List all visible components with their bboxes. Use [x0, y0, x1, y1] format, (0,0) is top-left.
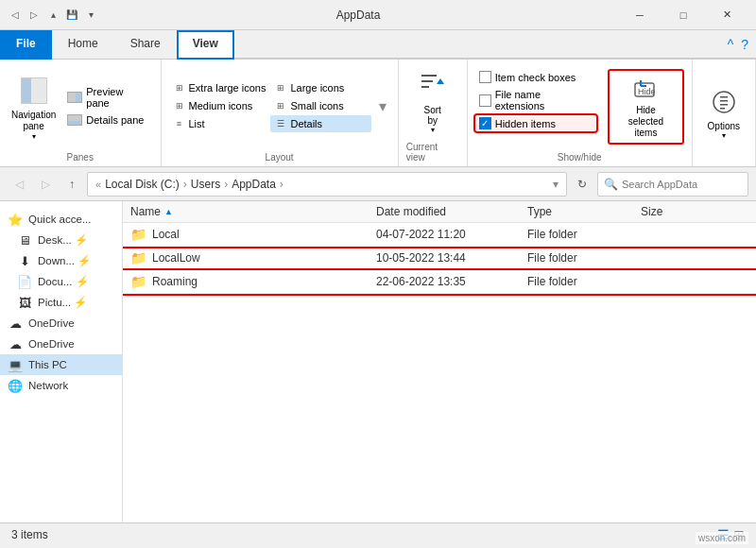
- search-input[interactable]: [622, 179, 742, 190]
- tab-view[interactable]: View: [177, 30, 234, 60]
- sidebar-desktop-label: Desk... ⚡: [38, 233, 88, 247]
- table-row[interactable]: 📁 Local 04-07-2022 11:20 File folder: [123, 223, 756, 247]
- sidebar-item-network[interactable]: 🌐 Network: [0, 375, 122, 396]
- breadcrumb[interactable]: « Local Disk (C:) › Users › AppData › ▾: [87, 172, 567, 197]
- layout-grid: ⊞ Extra large icons ⊞ Large icons ⊞ Medi…: [169, 79, 371, 132]
- breadcrumb-users[interactable]: Users: [191, 178, 220, 191]
- file-extensions-toggle[interactable]: File name extensions: [475, 87, 597, 113]
- nav-forward-button[interactable]: ▷: [34, 173, 57, 196]
- file-extensions-checkbox: [479, 94, 491, 107]
- minimize-button[interactable]: ─: [618, 0, 662, 30]
- item-checkboxes-checkbox: [479, 71, 491, 83]
- onedrive2-icon: ☁: [8, 336, 23, 351]
- tab-home[interactable]: Home: [52, 30, 114, 60]
- file-name-locallow-label: LocalLow: [152, 251, 200, 265]
- sidebar-item-pictures[interactable]: 🖼 Pictu... ⚡: [0, 292, 122, 313]
- quick-access-icon: ⭐: [8, 212, 23, 227]
- column-size[interactable]: Size: [641, 205, 716, 218]
- layout-small[interactable]: ⊞ Small icons: [270, 97, 370, 114]
- close-button[interactable]: ✕: [705, 0, 748, 30]
- onedrive1-icon: ☁: [8, 316, 23, 331]
- preview-pane-label: Preview pane: [86, 86, 148, 109]
- sidebar-item-onedrive2[interactable]: ☁ OneDrive: [0, 334, 122, 354]
- medium-icon: ⊞: [173, 99, 186, 112]
- folder-icon-locallow: 📁: [130, 250, 146, 265]
- nav-back-button[interactable]: ◁: [8, 173, 30, 196]
- hide-selected-button[interactable]: Hide Hide selecteditems: [608, 69, 683, 145]
- column-name[interactable]: Name ▲: [130, 205, 376, 218]
- item-checkboxes-label: Item check boxes: [495, 72, 576, 83]
- back-icon[interactable]: ◁: [8, 8, 23, 23]
- save-icon[interactable]: 💾: [64, 8, 79, 23]
- file-type-roaming: File folder: [527, 275, 641, 288]
- search-box[interactable]: 🔍: [597, 172, 748, 197]
- column-date[interactable]: Date modified: [376, 205, 527, 218]
- breadcrumb-appdata[interactable]: AppData: [232, 178, 276, 191]
- item-checkboxes-toggle[interactable]: Item check boxes: [475, 69, 597, 85]
- nav-up-button[interactable]: ↑: [60, 173, 83, 196]
- hidden-items-toggle[interactable]: ✓ Hidden items: [475, 115, 597, 131]
- svg-point-8: [713, 92, 734, 112]
- svg-rect-2: [421, 86, 429, 88]
- preview-pane-button[interactable]: Preview pane: [63, 84, 152, 111]
- maximize-button[interactable]: □: [662, 0, 705, 30]
- options-icon: [709, 83, 739, 121]
- details-pane-button[interactable]: Details pane: [63, 112, 152, 128]
- panes-content: Navigationpane ▾ Preview pane Details pa…: [8, 63, 153, 148]
- dropdown-icon[interactable]: ▾: [83, 8, 98, 23]
- file-list-header: Name ▲ Date modified Type Size: [123, 201, 756, 223]
- sidebar-item-desktop[interactable]: 🖥 Desk... ⚡: [0, 230, 122, 250]
- sidebar-downloads-label: Down... ⚡: [38, 254, 91, 267]
- tab-file[interactable]: File: [0, 30, 52, 60]
- up-icon[interactable]: ▴: [45, 8, 60, 23]
- breadcrumb-dropdown-icon[interactable]: ▾: [553, 178, 558, 191]
- breadcrumb-prev-icon: «: [95, 179, 101, 190]
- quick-access-toolbar: ◁ ▷ ▴ 💾 ▾: [8, 8, 98, 23]
- layout-section: ⊞ Extra large icons ⊞ Large icons ⊞ Medi…: [162, 60, 399, 166]
- ribbon-collapse-icon[interactable]: ^: [728, 37, 734, 52]
- layout-large[interactable]: ⊞ Large icons: [270, 79, 370, 96]
- help-icon[interactable]: ?: [741, 37, 748, 52]
- table-row[interactable]: 📁 LocalLow 10-05-2022 13:44 File folder: [123, 247, 756, 270]
- file-date-local: 04-07-2022 11:20: [376, 228, 527, 241]
- file-type-locallow: File folder: [527, 251, 641, 265]
- column-type[interactable]: Type: [527, 205, 641, 218]
- sidebar-item-this-pc[interactable]: 💻 This PC: [0, 354, 122, 375]
- breadcrumb-sep1: ›: [183, 178, 187, 191]
- navigation-pane-button[interactable]: Navigationpane ▾: [8, 68, 60, 145]
- sidebar-item-onedrive1[interactable]: ☁ OneDrive: [0, 313, 122, 334]
- folder-icon-roaming: 📁: [130, 274, 146, 289]
- sidebar-documents-label: Docu... ⚡: [38, 275, 89, 288]
- breadcrumb-local-disk[interactable]: Local Disk (C:): [105, 178, 180, 191]
- options-button[interactable]: Options ▾: [700, 79, 747, 144]
- layout-extra-large[interactable]: ⊞ Extra large icons: [169, 79, 270, 96]
- sidebar-pictures-label: Pictu... ⚡: [38, 296, 87, 309]
- address-bar: ◁ ▷ ↑ « Local Disk (C:) › Users › AppDat…: [0, 167, 756, 201]
- network-icon: 🌐: [8, 378, 23, 393]
- options-arrow: ▾: [722, 131, 726, 140]
- pictures-icon: 🖼: [17, 295, 32, 310]
- table-row[interactable]: 📁 Roaming 22-06-2022 13:35 File folder: [123, 270, 756, 294]
- layout-medium[interactable]: ⊞ Medium icons: [169, 97, 270, 114]
- layout-list[interactable]: ≡ List: [169, 115, 270, 132]
- svg-rect-11: [720, 104, 728, 106]
- forward-icon[interactable]: ▷: [26, 8, 42, 23]
- refresh-button[interactable]: ↻: [571, 173, 593, 196]
- sort-by-button[interactable]: Sortby ▾: [409, 63, 456, 138]
- hidden-items-label: Hidden items: [495, 118, 556, 129]
- sidebar-item-downloads[interactable]: ⬇ Down... ⚡: [0, 250, 122, 271]
- sidebar: ⭐ Quick acce... 🖥 Desk... ⚡ ⬇ Down... ⚡ …: [0, 201, 123, 522]
- layout-details[interactable]: ☰ Details: [270, 115, 370, 132]
- tab-share[interactable]: Share: [114, 30, 177, 60]
- sidebar-item-documents[interactable]: 📄 Docu... ⚡: [0, 271, 122, 292]
- small-icon: ⊞: [274, 99, 287, 112]
- file-name-locallow: 📁 LocalLow: [130, 250, 376, 265]
- title-bar: ◁ ▷ ▴ 💾 ▾ AppData ─ □ ✕: [0, 0, 756, 30]
- sidebar-item-quick-access[interactable]: ⭐ Quick acce...: [0, 209, 122, 230]
- svg-rect-0: [421, 75, 437, 77]
- sort-by-arrow: ▾: [431, 126, 435, 134]
- svg-rect-1: [421, 80, 433, 82]
- layout-more-button[interactable]: ▾: [375, 97, 390, 115]
- layout-title: Layout: [266, 148, 294, 163]
- navigation-pane-label: Navigationpane: [11, 110, 56, 132]
